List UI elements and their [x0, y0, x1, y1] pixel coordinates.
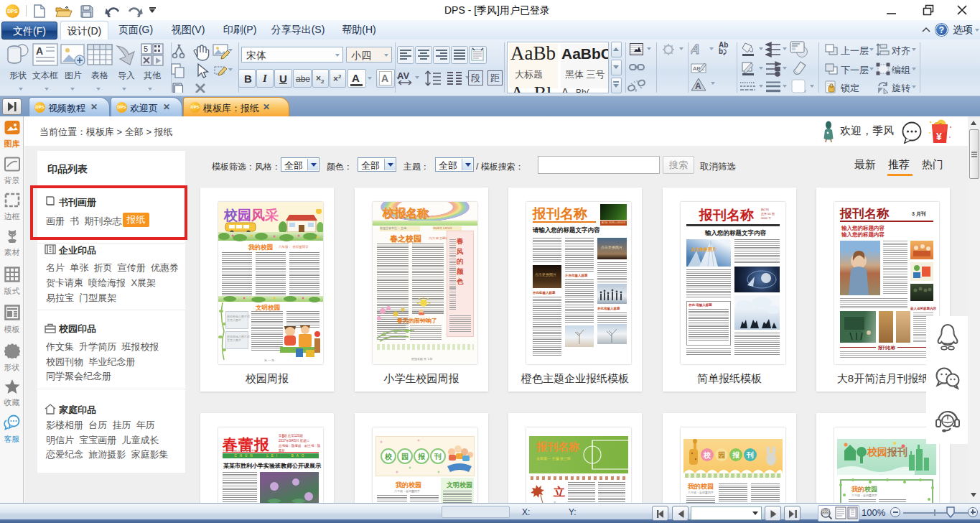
svg-text:刊: 刊: [434, 453, 442, 460]
svg-text:刊: 刊: [746, 451, 754, 459]
svg-text:校: 校: [703, 451, 711, 459]
svg-text:A: A: [695, 81, 701, 91]
svg-text:¥: ¥: [936, 131, 942, 142]
svg-text:园: 园: [401, 453, 409, 460]
svg-text:A: A: [36, 45, 43, 57]
svg-text:5: 5: [144, 45, 148, 53]
svg-text:100: 100: [823, 509, 829, 514]
svg-text:报: 报: [732, 451, 740, 459]
svg-text:A: A: [691, 42, 701, 56]
svg-text:校: 校: [384, 453, 393, 460]
svg-text:报: 报: [417, 453, 426, 460]
svg-text:园: 园: [718, 451, 725, 459]
